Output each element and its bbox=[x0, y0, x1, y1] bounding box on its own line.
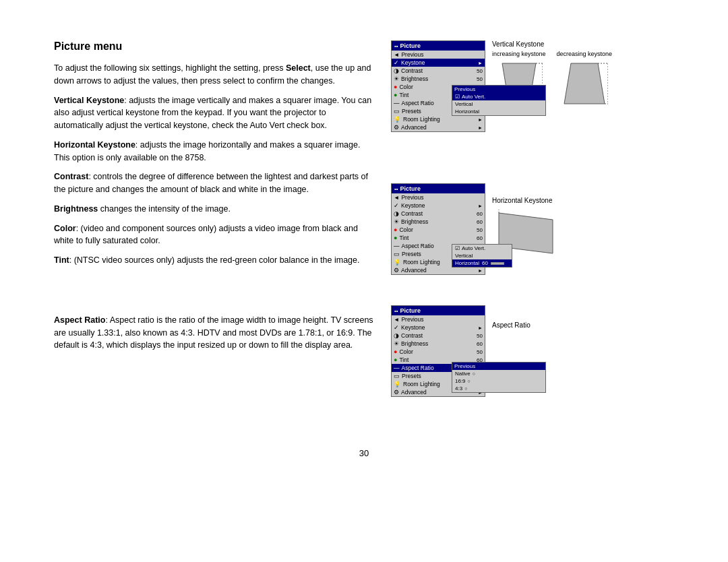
menu3-sub-native[interactable]: Native ○ bbox=[452, 370, 545, 377]
menu1-title-bar: •• Picture bbox=[392, 41, 485, 51]
m3-advanced-label: Advanced bbox=[401, 389, 427, 396]
aspect-icon: — bbox=[394, 100, 400, 106]
m2-contrast-icon: ◑ bbox=[394, 210, 399, 217]
m2-brightness-icon: ☀ bbox=[394, 218, 399, 225]
menu3-item-contrast[interactable]: ◑Contrast 50 bbox=[392, 332, 485, 340]
menu3-item-brightness[interactable]: ☀Brightness 60 bbox=[392, 340, 485, 348]
menu3-sub-43[interactable]: 4:3 ○ bbox=[452, 385, 545, 392]
m3-tint-icon: ● bbox=[394, 356, 397, 363]
m2-lighting-icon: 💡 bbox=[394, 259, 401, 266]
menu1-item-contrast-left: ◑ Contrast bbox=[394, 67, 423, 74]
m2-advanced-icon: ⚙ bbox=[394, 267, 399, 274]
vertical-label: Vertical bbox=[455, 101, 473, 107]
menu1-title: Picture bbox=[400, 42, 421, 49]
m2-tint-icon: ● bbox=[394, 235, 397, 241]
menu1-item-aspect-left: — Aspect Ratio bbox=[394, 100, 434, 106]
m3-advanced-icon: ⚙ bbox=[394, 389, 399, 396]
menu1-item-advanced-left: ⚙ Advanced bbox=[394, 124, 427, 131]
menu3-item-previous[interactable]: ◄Previous bbox=[392, 315, 485, 323]
menu1-item-presets-label: Presets bbox=[402, 108, 421, 115]
m2-color-value: 50 bbox=[477, 227, 483, 233]
menu1-item-brightness[interactable]: ☀ Brightness 50 bbox=[392, 75, 485, 83]
menu3-submenu-title: Previous bbox=[452, 363, 545, 370]
menu2-item-previous[interactable]: ◄Previous bbox=[392, 193, 485, 201]
menu3-item-keystone[interactable]: ✓Keystone ► bbox=[392, 323, 485, 332]
m2-vertical-label: Vertical bbox=[455, 253, 473, 259]
menu1-item-presets-left: ▭ Presets bbox=[394, 108, 421, 115]
paragraph-tint: Tint: (NTSC video sources only) adjusts … bbox=[54, 254, 377, 267]
menu3-container: •• Picture ◄Previous ✓Keystone ► bbox=[391, 305, 485, 428]
m3-brightness-label: Brightness bbox=[401, 340, 428, 347]
m3-169-radio: ○ bbox=[468, 379, 471, 383]
left-column: Picture menu To adjust the following six… bbox=[54, 40, 377, 428]
menu2-sub-vertical[interactable]: Vertical bbox=[452, 252, 512, 259]
advanced-icon: ⚙ bbox=[394, 124, 399, 131]
presets-icon: ▭ bbox=[394, 108, 400, 115]
menu1-submenu-auto-vert-label: Auto Vert. bbox=[462, 94, 485, 100]
menu2-item-color[interactable]: ●Color 50 bbox=[392, 226, 485, 234]
m3-keystone-icon: ✓ bbox=[394, 324, 399, 331]
menu1-item-previous[interactable]: ◄ Previous bbox=[392, 51, 485, 59]
menu1-submenu-auto-vert[interactable]: ☑ Auto Vert. bbox=[452, 93, 545, 100]
m2-keystone-label: Keystone bbox=[401, 202, 425, 209]
menu3-sub-169[interactable]: 16:9 ○ bbox=[452, 377, 545, 385]
menu1-contrast-value: 50 bbox=[477, 68, 483, 74]
menu1-item-aspect-label: Aspect Ratio bbox=[402, 100, 434, 106]
menu3-dots: •• bbox=[394, 308, 398, 314]
menu1-submenu-title: Previous bbox=[452, 86, 545, 93]
m2-brightness-value: 60 bbox=[477, 219, 483, 225]
m3-color-icon: ● bbox=[394, 348, 397, 355]
menu1-item-previous-left: ◄ Previous bbox=[394, 51, 424, 58]
color-icon: ● bbox=[394, 84, 397, 90]
m2-slider-track[interactable] bbox=[491, 262, 504, 265]
menu1-item-color-label: Color bbox=[399, 84, 413, 90]
horizontal-keystone-label: Horizontal Keystone bbox=[492, 197, 559, 204]
m3-keystone-arrow: ► bbox=[478, 325, 483, 330]
tint-icon: ● bbox=[394, 92, 397, 98]
content-area: Picture menu To adjust the following six… bbox=[54, 40, 674, 428]
menu1-item-keystone-label: Keystone bbox=[401, 59, 425, 66]
menu3-item-color[interactable]: ●Color 50 bbox=[392, 348, 485, 356]
m3-color-value: 50 bbox=[477, 349, 483, 355]
spacer1 bbox=[391, 170, 661, 177]
decreasing-keystone-label: decreasing keystone bbox=[557, 51, 613, 57]
paragraph-1: To adjust the following six settings, hi… bbox=[54, 62, 377, 88]
menu1-item-brightness-left: ☀ Brightness bbox=[394, 75, 428, 82]
m3-43-radio: ○ bbox=[464, 386, 467, 391]
menu1-submenu-vertical[interactable]: Vertical bbox=[452, 100, 545, 108]
menu1-item-advanced[interactable]: ⚙ Advanced ► bbox=[392, 123, 485, 131]
menu1-submenu: Previous ☑ Auto Vert. Vertical Horizonta… bbox=[452, 85, 546, 116]
lighting-icon: 💡 bbox=[394, 116, 401, 123]
menu1-item-keystone[interactable]: ✓ Keystone ► bbox=[392, 59, 485, 67]
m2-prev-label: Previous bbox=[401, 194, 423, 201]
m3-contrast-icon: ◑ bbox=[394, 332, 399, 339]
m2-presets-icon: ▭ bbox=[394, 251, 400, 257]
paragraph-aspect-ratio: Aspect Ratio: Aspect ratio is the ratio … bbox=[54, 314, 377, 352]
aspect-ratio-diagram: Aspect Ratio bbox=[492, 321, 530, 332]
menu2-sub-auto-vert[interactable]: ☑ Auto Vert. bbox=[452, 245, 512, 252]
menu2-item-brightness[interactable]: ☀Brightness 60 bbox=[392, 218, 485, 226]
m2-advanced-arrow: ► bbox=[478, 268, 483, 273]
menu2-title: Picture bbox=[400, 185, 421, 192]
menu1-item-lighting[interactable]: 💡 Room Lighting ► bbox=[392, 115, 485, 123]
menu2-item-tint[interactable]: ●Tint 60 bbox=[392, 234, 485, 242]
paragraph-vertical-keystone: Vertical Keystone: adjusts the image ver… bbox=[54, 94, 377, 132]
keystone-arrow-icon: ► bbox=[478, 61, 483, 65]
paragraph-brightness: Brightness changes the intensity of the … bbox=[54, 203, 377, 216]
menu1-item-brightness-label: Brightness bbox=[401, 75, 428, 82]
menu1-item-contrast[interactable]: ◑ Contrast 50 bbox=[392, 67, 485, 75]
menu2-item-contrast[interactable]: ◑Contrast 60 bbox=[392, 210, 485, 218]
menu2-item-keystone[interactable]: ✓Keystone ► bbox=[392, 201, 485, 210]
menu1-submenu-horizontal[interactable]: Horizontal bbox=[452, 108, 545, 115]
vertical-keystone-label: Vertical Keystone bbox=[492, 40, 612, 48]
m3-lighting-label: Room Lighting bbox=[403, 381, 440, 387]
menu2-submenu-container: ☑ Auto Vert. Vertical Horizontal 60 bbox=[452, 244, 546, 268]
menu2-sub-horizontal[interactable]: Horizontal 60 bbox=[452, 259, 512, 267]
menu1-item-color-left: ● Color bbox=[394, 84, 413, 90]
menu2-submenu: ☑ Auto Vert. Vertical Horizontal 60 bbox=[452, 244, 512, 268]
m3-contrast-label: Contrast bbox=[401, 332, 423, 339]
page-title: Picture menu bbox=[54, 40, 377, 53]
menu2-container: •• Picture ◄Previous ✓Keystone ► bbox=[391, 183, 485, 299]
m3-keystone-label: Keystone bbox=[401, 324, 425, 331]
lighting-arrow-icon: ► bbox=[478, 117, 483, 122]
